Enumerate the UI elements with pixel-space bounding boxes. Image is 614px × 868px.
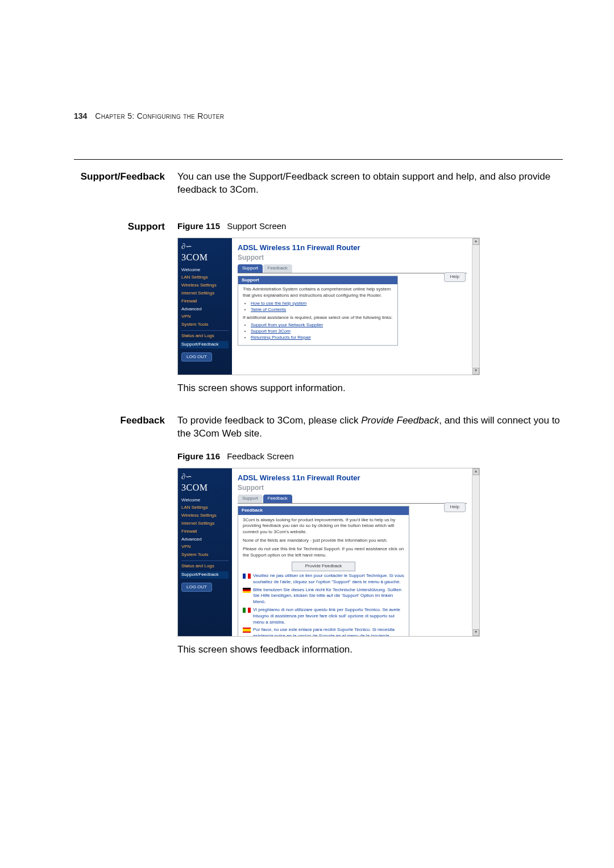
link-support-3com[interactable]: Support from 3Com bbox=[251, 329, 291, 334]
fb-note-es: Por favor, no use este enlace para recib… bbox=[253, 627, 404, 637]
nav-internet-settings[interactable]: Internet Settings bbox=[181, 290, 229, 297]
nav-wireless-settings[interactable]: Wireless Settings bbox=[181, 513, 229, 519]
scroll-down-icon[interactable]: ▾ bbox=[472, 629, 479, 636]
nav-internet-settings[interactable]: Internet Settings bbox=[181, 521, 229, 527]
screen-subtitle: Support bbox=[238, 253, 467, 262]
tabs: Support Feedback bbox=[238, 495, 467, 504]
support-after-text: This screen shows support information. bbox=[177, 382, 563, 395]
subheading-feedback: Feedback bbox=[74, 414, 177, 657]
support-panel-text1: This Administration System contains a co… bbox=[243, 286, 393, 299]
nav-lan-settings[interactable]: LAN Settings bbox=[181, 275, 229, 281]
fb-note-it: Vi preghiamo di non utilizzare questo li… bbox=[253, 607, 404, 625]
fb-note-fr: Veuillez ne pas utiliser ce lien pour co… bbox=[253, 573, 404, 585]
nav-welcome[interactable]: Welcome bbox=[181, 267, 229, 273]
screen-subtitle: Support bbox=[238, 483, 467, 492]
link-returning-products[interactable]: Returning Products for Repair bbox=[251, 335, 311, 340]
link-help-system[interactable]: How to use the help system bbox=[251, 301, 306, 306]
provide-feedback-button[interactable]: Provide Feedback bbox=[292, 562, 355, 571]
nav-system-tools[interactable]: System Tools bbox=[181, 552, 229, 558]
nav-vpn[interactable]: VPN bbox=[181, 314, 229, 320]
router-title: ADSL Wireless 11n Firewall Router bbox=[238, 243, 467, 253]
feedback-intro: To provide feedback to 3Com, please clic… bbox=[177, 414, 563, 441]
figure-116-caption: Figure 116 Feedback Screen bbox=[177, 451, 563, 462]
fb-p3: Please do not use this link for Technica… bbox=[243, 546, 404, 559]
support-screenshot: ∂∽3COM Welcome LAN Settings Wireless Set… bbox=[177, 238, 480, 375]
nav-support-feedback[interactable]: Support/Feedback bbox=[180, 571, 229, 579]
feedback-after-text: This screen shows feedback information. bbox=[177, 643, 563, 657]
feedback-screenshot: ∂∽3COM Welcome LAN Settings Wireless Set… bbox=[177, 468, 480, 637]
chapter-title: Chapter 5: Configuring the Router bbox=[95, 111, 224, 121]
link-toc[interactable]: Table of Contents bbox=[251, 307, 286, 312]
section-intro: You can use the Support/Feedback screen … bbox=[177, 171, 563, 197]
fb-note-de: Bitte benutzen Sie dieses Link nicht für… bbox=[253, 587, 404, 605]
fb-p2: None of the fields are mandatory - just … bbox=[243, 538, 404, 544]
logout-button[interactable]: LOG OUT bbox=[181, 583, 212, 592]
nav-system-tools[interactable]: System Tools bbox=[181, 322, 229, 328]
nav-advanced[interactable]: Advanced bbox=[181, 537, 229, 543]
nav-status-logs[interactable]: Status and Logs bbox=[181, 563, 229, 570]
support-panel: Support This Administration System conta… bbox=[238, 276, 398, 346]
nav-advanced[interactable]: Advanced bbox=[181, 306, 229, 313]
logo-3com: ∂∽3COM bbox=[181, 242, 229, 263]
screenshot-nav: ∂∽3COM Welcome LAN Settings Wireless Set… bbox=[178, 238, 232, 375]
nav-firewall[interactable]: Firewall bbox=[181, 529, 229, 535]
figure-115-label: Figure 115 bbox=[177, 221, 220, 231]
header-rule bbox=[74, 159, 563, 160]
logout-button[interactable]: LOG OUT bbox=[181, 352, 212, 362]
link-network-supplier[interactable]: Support from your Network Supplier bbox=[251, 322, 323, 327]
figure-116-label: Figure 116 bbox=[177, 451, 220, 461]
flag-fr-icon bbox=[243, 574, 251, 579]
nav-vpn[interactable]: VPN bbox=[181, 544, 229, 550]
help-button[interactable]: Help bbox=[444, 502, 466, 512]
tab-feedback[interactable]: Feedback bbox=[263, 495, 292, 503]
fb-p1: 3Com is always looking for product impro… bbox=[243, 517, 404, 535]
scroll-down-icon[interactable]: ▾ bbox=[472, 368, 479, 375]
feedback-panel: Feedback 3Com is always looking for prod… bbox=[238, 506, 409, 637]
flag-es-icon bbox=[243, 628, 251, 633]
scroll-track[interactable] bbox=[472, 475, 479, 629]
router-title: ADSL Wireless 11n Firewall Router bbox=[238, 473, 467, 483]
nav-firewall[interactable]: Firewall bbox=[181, 298, 229, 305]
figure-115-caption: Figure 115 Support Screen bbox=[177, 221, 563, 232]
nav-support-feedback[interactable]: Support/Feedback bbox=[180, 341, 229, 348]
scroll-up-icon[interactable]: ▴ bbox=[472, 238, 479, 245]
feedback-panel-head: Feedback bbox=[238, 506, 409, 515]
nav-lan-settings[interactable]: LAN Settings bbox=[181, 505, 229, 511]
logo-3com: ∂∽3COM bbox=[181, 472, 229, 493]
tab-support[interactable]: Support bbox=[238, 264, 263, 273]
page-number: 134 bbox=[74, 111, 87, 121]
screenshot-nav: ∂∽3COM Welcome LAN Settings Wireless Set… bbox=[178, 468, 232, 636]
support-panel-head: Support bbox=[238, 276, 397, 285]
section-heading-support-feedback: Support/Feedback bbox=[74, 171, 177, 197]
running-header: 134 Chapter 5: Configuring the Router bbox=[74, 111, 224, 122]
nav-welcome[interactable]: Welcome bbox=[181, 497, 229, 504]
subheading-support: Support bbox=[74, 221, 177, 395]
help-button[interactable]: Help bbox=[444, 272, 466, 282]
nav-status-logs[interactable]: Status and Logs bbox=[181, 333, 229, 339]
scroll-track[interactable] bbox=[472, 245, 479, 368]
tab-support[interactable]: Support bbox=[238, 495, 263, 503]
nav-wireless-settings[interactable]: Wireless Settings bbox=[181, 283, 229, 289]
scroll-up-icon[interactable]: ▴ bbox=[472, 468, 479, 475]
tabs: Support Feedback bbox=[238, 264, 467, 273]
support-panel-text2: If additional assistance is required, pl… bbox=[243, 315, 393, 321]
flag-it-icon bbox=[243, 608, 251, 613]
tab-feedback[interactable]: Feedback bbox=[263, 264, 292, 273]
flag-de-icon bbox=[243, 588, 251, 593]
